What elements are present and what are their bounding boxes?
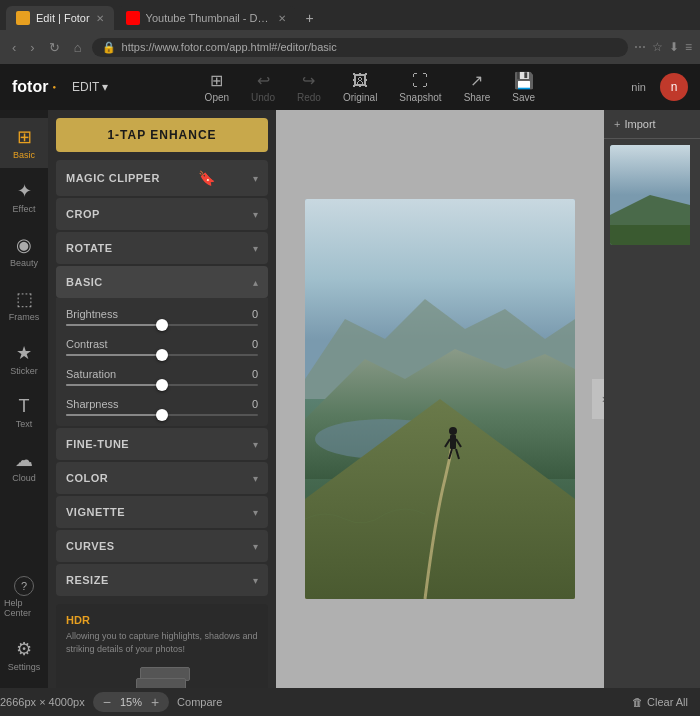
color-arrow: ▾: [253, 473, 258, 484]
compare-button[interactable]: Compare: [177, 696, 222, 708]
saturation-fill: [66, 384, 162, 386]
tab-youtube-label: Youtube Thumbnail - Design |: [146, 12, 272, 24]
fine-tune-section: FINE-TUNE ▾: [56, 428, 268, 460]
snapshot-icon: ⛶: [412, 72, 428, 90]
thumbnail-item[interactable]: [610, 145, 694, 245]
basic-arrow: ▴: [253, 277, 258, 288]
collapse-panel-button[interactable]: ›: [592, 379, 604, 419]
brightness-thumb[interactable]: [156, 319, 168, 331]
sidebar-item-cloud[interactable]: ☁ Cloud: [0, 441, 48, 491]
magic-clipper-section[interactable]: MAGIC CLIPPER 🔖 ▾: [56, 160, 268, 196]
fine-tune-header[interactable]: FINE-TUNE ▾: [56, 428, 268, 460]
download-icon[interactable]: ⬇: [669, 40, 679, 54]
rotate-header[interactable]: ROTATE ▾: [56, 232, 268, 264]
rotate-section: ROTATE ▾: [56, 232, 268, 264]
tool-save[interactable]: 💾 Save: [502, 67, 545, 107]
magic-clipper-label: MAGIC CLIPPER: [66, 172, 160, 184]
right-panel: + Import: [604, 110, 700, 688]
tab-youtube-close[interactable]: ✕: [278, 13, 286, 24]
svg-point-5: [449, 427, 457, 435]
refresh-button[interactable]: ↻: [45, 38, 64, 57]
user-avatar[interactable]: n: [660, 73, 688, 101]
contrast-slider[interactable]: [66, 354, 258, 356]
sharpness-slider[interactable]: [66, 414, 258, 416]
import-button[interactable]: + Import: [604, 110, 700, 139]
clear-all-button[interactable]: 🗑 Clear All: [632, 696, 688, 708]
basic-header[interactable]: BASIC ▴: [56, 266, 268, 298]
extensions-icon[interactable]: ⋯: [634, 40, 646, 54]
crop-header[interactable]: CROP ▾: [56, 198, 268, 230]
lock-icon: 🔒: [102, 41, 116, 54]
home-button[interactable]: ⌂: [70, 38, 86, 57]
resize-header[interactable]: RESIZE ▾: [56, 564, 268, 596]
tool-open[interactable]: ⊞ Open: [195, 67, 239, 107]
header-tools: ⊞ Open ↩ Undo ↪ Redo 🖼 Original ⛶ Snapsh…: [195, 67, 546, 107]
tools-panel: 1-TAP ENHANCE MAGIC CLIPPER 🔖 ▾ CROP ▾: [48, 110, 276, 688]
resize-arrow: ▾: [253, 575, 258, 586]
curves-section: CURVES ▾: [56, 530, 268, 562]
rotate-arrow: ▾: [253, 243, 258, 254]
contrast-label: Contrast: [66, 338, 108, 350]
zoom-out-button[interactable]: −: [103, 695, 111, 709]
sidebar-item-basic[interactable]: ⊞ Basic: [0, 118, 48, 168]
sharpness-thumb[interactable]: [156, 409, 168, 421]
tab-youtube[interactable]: Youtube Thumbnail - Design | ✕: [116, 6, 296, 30]
back-button[interactable]: ‹: [8, 38, 20, 57]
new-tab-button[interactable]: +: [298, 6, 322, 30]
vignette-label: VIGNETTE: [66, 506, 125, 518]
youtube-favicon: [126, 11, 140, 25]
zoom-control: − 15% +: [93, 692, 169, 712]
curves-arrow: ▾: [253, 541, 258, 552]
tool-snapshot[interactable]: ⛶ Snapshot: [389, 68, 451, 107]
svg-marker-13: [610, 225, 690, 245]
tab-fotor[interactable]: Edit | Fotor ✕: [6, 6, 114, 30]
thumbnail-image: [610, 145, 690, 245]
magic-clipper-arrow: ▾: [253, 173, 258, 184]
address-bar[interactable]: 🔒 https://www.fotor.com/app.html#/editor…: [92, 38, 628, 57]
saturation-label: Saturation: [66, 368, 116, 380]
saturation-thumb[interactable]: [156, 379, 168, 391]
svg-rect-6: [450, 435, 456, 449]
basic-icon: ⊞: [17, 126, 32, 148]
sidebar-item-effect[interactable]: ✦ Effect: [0, 172, 48, 222]
hdr-title: HDR: [66, 614, 258, 626]
brightness-value: 0: [252, 308, 258, 320]
basic-section: BASIC ▴ Brightness 0: [56, 266, 268, 426]
sharpness-row: Sharpness 0: [66, 398, 258, 416]
forward-button[interactable]: ›: [26, 38, 38, 57]
sidebar-item-beauty[interactable]: ◉ Beauty: [0, 226, 48, 276]
sidebar-item-help[interactable]: ? Help Center: [0, 568, 48, 626]
curves-header[interactable]: CURVES ▾: [56, 530, 268, 562]
resize-section: RESIZE ▾: [56, 564, 268, 596]
saturation-slider[interactable]: [66, 384, 258, 386]
zoom-in-button[interactable]: +: [151, 695, 159, 709]
bookmark-icon[interactable]: ☆: [652, 40, 663, 54]
edit-button[interactable]: EDIT ▾: [72, 80, 108, 94]
tool-share[interactable]: ↗ Share: [454, 67, 501, 107]
enhance-button[interactable]: 1-TAP ENHANCE: [56, 118, 268, 152]
sidebar-item-text[interactable]: T Text: [0, 388, 48, 437]
redo-icon: ↪: [302, 71, 315, 90]
undo-icon: ↩: [257, 71, 270, 90]
menu-icon[interactable]: ≡: [685, 40, 692, 54]
brightness-fill: [66, 324, 162, 326]
fotor-logo-dot: ●: [52, 84, 56, 90]
effect-icon: ✦: [17, 180, 32, 202]
tool-original[interactable]: 🖼 Original: [333, 68, 387, 107]
app: fotor ● EDIT ▾ ⊞ Open ↩ Undo ↪ Redo 🖼 Or…: [0, 64, 700, 716]
sidebar-item-sticker[interactable]: ★ Sticker: [0, 334, 48, 384]
brightness-slider[interactable]: [66, 324, 258, 326]
vignette-header[interactable]: VIGNETTE ▾: [56, 496, 268, 528]
sidebar-item-frames[interactable]: ⬚ Frames: [0, 280, 48, 330]
settings-icon: ⚙: [16, 638, 32, 660]
crop-section: CROP ▾: [56, 198, 268, 230]
curves-label: CURVES: [66, 540, 115, 552]
nav-bar: ‹ › ↻ ⌂ 🔒 https://www.fotor.com/app.html…: [0, 30, 700, 64]
tab-fotor-close[interactable]: ✕: [96, 13, 104, 24]
sidebar-item-settings[interactable]: ⚙ Settings: [0, 630, 48, 680]
fotor-logo: fotor ●: [12, 78, 56, 96]
contrast-thumb[interactable]: [156, 349, 168, 361]
contrast-row: Contrast 0: [66, 338, 258, 356]
color-header[interactable]: COLOR ▾: [56, 462, 268, 494]
sharpness-fill: [66, 414, 162, 416]
